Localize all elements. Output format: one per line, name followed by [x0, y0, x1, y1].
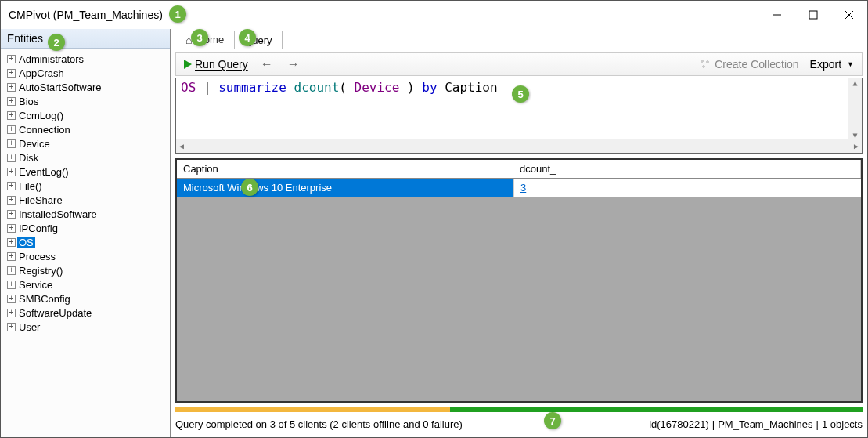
tree-item[interactable]: +Connection	[4, 122, 170, 136]
column-header-caption[interactable]: Caption	[177, 160, 513, 178]
export-button[interactable]: Export ▼	[807, 56, 857, 72]
tree-item-label: Service	[17, 279, 54, 291]
expand-icon[interactable]: +	[7, 309, 16, 317]
expand-icon[interactable]: +	[7, 238, 16, 247]
tree-item[interactable]: +AutoStartSoftware	[4, 80, 170, 94]
tree-item-label: Process	[17, 251, 57, 262]
token-device: Device	[355, 80, 400, 95]
app-window: CMPivot (PM_Team_Machines) Entities +Adm…	[0, 0, 868, 438]
expand-icon[interactable]: +	[7, 224, 16, 233]
expand-icon[interactable]: +	[7, 210, 16, 219]
results-empty-area	[177, 197, 861, 401]
status-bar: Query completed on 3 of 5 clients (2 cli…	[175, 414, 863, 434]
expand-icon[interactable]: +	[7, 168, 16, 176]
tree-item[interactable]: +Service	[4, 277, 170, 291]
tree-item-label: AppCrash	[17, 67, 66, 79]
tree-item[interactable]: +Bios	[4, 94, 170, 108]
token-caption: Caption	[445, 80, 497, 95]
token-summarize: summarize	[218, 80, 286, 95]
maximize-button[interactable]	[795, 1, 831, 29]
tree-item-label: FileShare	[17, 194, 64, 206]
tree-item[interactable]: +FileShare	[4, 193, 170, 207]
create-collection-button[interactable]: Create Collection	[696, 56, 801, 72]
tree-item[interactable]: +File()	[4, 179, 170, 193]
export-label: Export	[810, 58, 841, 71]
status-id: id(16780221)	[649, 418, 709, 430]
entities-header: Entities	[1, 29, 170, 49]
run-query-label: Run Query	[195, 58, 248, 71]
tree-item[interactable]: +SoftwareUpdate	[4, 306, 170, 320]
tree-item-label: Device	[17, 138, 52, 150]
close-button[interactable]	[831, 1, 867, 29]
query-editor[interactable]: OS | summarize dcount( Device ) by Capti…	[176, 78, 862, 139]
tree-item[interactable]: +InstalledSoftware	[4, 207, 170, 221]
tree-item[interactable]: +IPConfig	[4, 221, 170, 235]
column-header-dcount[interactable]: dcount_	[513, 160, 861, 178]
tree-item[interactable]: +AppCrash	[4, 66, 170, 80]
tab-home-label: Home	[196, 34, 224, 45]
tree-item[interactable]: +Disk	[4, 150, 170, 165]
status-sep: |	[712, 418, 715, 430]
tree-item-label: CcmLog()	[17, 110, 65, 121]
editor-scrollbar-horizontal[interactable]: ◄►	[176, 139, 862, 153]
tree-item-label: File()	[17, 180, 44, 192]
entities-panel: Entities +Administrators+AppCrash+AutoSt…	[1, 29, 171, 437]
expand-icon[interactable]: +	[7, 295, 16, 303]
tree-item[interactable]: +Administrators	[4, 52, 170, 66]
expand-icon[interactable]: +	[7, 69, 16, 78]
scroll-left-icon: ◄	[178, 142, 185, 150]
tree-item[interactable]: +Device	[4, 136, 170, 150]
create-collection-label: Create Collection	[715, 58, 798, 71]
scroll-up-icon: ▲	[852, 78, 857, 87]
tree-item-label: EventLog()	[17, 166, 70, 178]
tree-item[interactable]: +Registry()	[4, 263, 170, 277]
token-sep: |	[196, 80, 218, 95]
expand-icon[interactable]: +	[7, 83, 16, 92]
tree-item[interactable]: +SMBConfig	[4, 291, 170, 306]
status-objects: 1 objects	[822, 418, 863, 430]
progress-offline-segment	[175, 407, 450, 412]
main-panel: ⌂ Home Query Run Query ← → Create Collec…	[171, 29, 867, 437]
minimize-button[interactable]	[759, 1, 795, 29]
expand-icon[interactable]: +	[7, 266, 16, 275]
tab-home[interactable]: ⌂ Home	[175, 30, 234, 49]
expand-icon[interactable]: +	[7, 154, 16, 162]
home-icon: ⌂	[185, 34, 192, 46]
expand-icon[interactable]: +	[7, 111, 16, 120]
tree-item-label: SoftwareUpdate	[17, 307, 93, 319]
query-editor-container: OS | summarize dcount( Device ) by Capti…	[175, 78, 863, 154]
nav-back-button[interactable]: ←	[256, 57, 278, 71]
expand-icon[interactable]: +	[7, 139, 16, 148]
tree-item-label: Bios	[17, 96, 40, 107]
token-entity: OS	[181, 80, 196, 95]
tree-item-label: Disk	[17, 152, 40, 164]
expand-icon[interactable]: +	[7, 125, 16, 134]
expand-icon[interactable]: +	[7, 196, 16, 205]
tree-item[interactable]: +CcmLog()	[4, 108, 170, 122]
expand-icon[interactable]: +	[7, 182, 16, 190]
status-collection: PM_Team_Machines	[718, 418, 812, 430]
nav-forward-button[interactable]: →	[283, 57, 304, 71]
token-dcount: dcount	[294, 80, 340, 95]
table-row[interactable]: Microsoft Windows 10 Enterprise 3	[177, 179, 861, 197]
tab-query[interactable]: Query	[234, 31, 282, 49]
tree-item[interactable]: +Process	[4, 249, 170, 263]
token-by: by	[422, 80, 437, 95]
scroll-down-icon: ▼	[852, 131, 857, 139]
results-grid: Caption dcount_ Microsoft Windows 10 Ent…	[175, 158, 863, 403]
cell-dcount-link[interactable]: 3	[513, 179, 861, 197]
expand-icon[interactable]: +	[7, 281, 16, 289]
tree-item-label: User	[17, 321, 41, 333]
expand-icon[interactable]: +	[7, 55, 16, 63]
tree-item[interactable]: +EventLog()	[4, 165, 170, 179]
run-query-button[interactable]: Run Query	[181, 56, 251, 72]
entities-tree[interactable]: +Administrators+AppCrash+AutoStartSoftwa…	[1, 49, 170, 437]
expand-icon[interactable]: +	[7, 323, 16, 331]
tree-item[interactable]: +OS	[4, 235, 170, 249]
expand-icon[interactable]: +	[7, 252, 16, 261]
expand-icon[interactable]: +	[7, 97, 16, 106]
tab-bar: ⌂ Home Query	[171, 29, 867, 49]
tree-item-label: IPConfig	[17, 223, 59, 234]
tree-item[interactable]: +User	[4, 320, 170, 334]
editor-scrollbar-vertical[interactable]: ▲▼	[848, 78, 862, 139]
